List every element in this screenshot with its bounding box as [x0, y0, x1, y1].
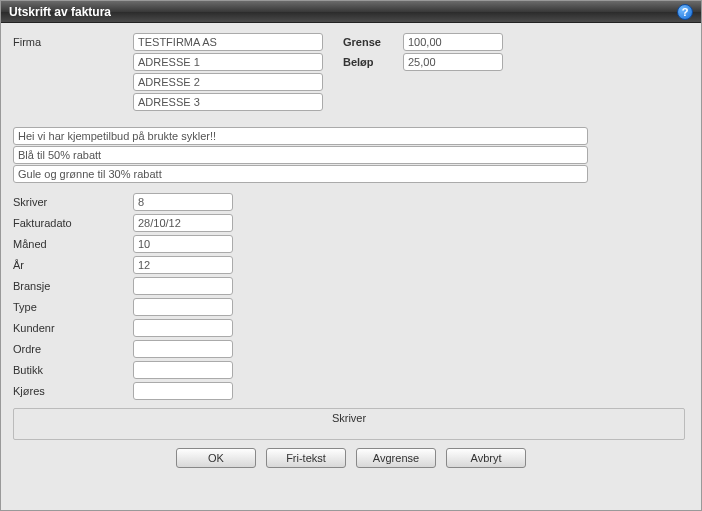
adresse1-input[interactable] [133, 53, 323, 71]
kjores-label: Kjøres [13, 385, 133, 397]
firma-input[interactable] [133, 33, 323, 51]
bransje-input[interactable] [133, 277, 233, 295]
ordre-label: Ordre [13, 343, 133, 355]
adresse2-input[interactable] [133, 73, 323, 91]
skriver-groupbox-label: Skriver [332, 412, 366, 424]
freetext1-input[interactable] [13, 127, 588, 145]
fakturadato-input[interactable] [133, 214, 233, 232]
ordre-input[interactable] [133, 340, 233, 358]
adresse3-input[interactable] [133, 93, 323, 111]
freetext2-input[interactable] [13, 146, 588, 164]
avbryt-button[interactable]: Avbryt [446, 448, 526, 468]
avgrense-button[interactable]: Avgrense [356, 448, 436, 468]
fritekst-button[interactable]: Fri-tekst [266, 448, 346, 468]
ar-input[interactable] [133, 256, 233, 274]
dialog-title: Utskrift av faktura [9, 5, 111, 19]
titlebar: Utskrift av faktura ? [1, 1, 701, 23]
type-label: Type [13, 301, 133, 313]
belop-label: Beløp [343, 56, 403, 68]
belop-input[interactable] [403, 53, 503, 71]
help-icon[interactable]: ? [677, 4, 693, 20]
fakturadato-label: Fakturadato [13, 217, 133, 229]
kjores-input[interactable] [133, 382, 233, 400]
type-input[interactable] [133, 298, 233, 316]
ar-label: År [13, 259, 133, 271]
kundenr-input[interactable] [133, 319, 233, 337]
grense-label: Grense [343, 36, 403, 48]
butikk-input[interactable] [133, 361, 233, 379]
content-area: Firma Grense [1, 23, 701, 510]
skriver-input[interactable] [133, 193, 233, 211]
maned-label: Måned [13, 238, 133, 250]
butikk-label: Butikk [13, 364, 133, 376]
bransje-label: Bransje [13, 280, 133, 292]
button-row: OK Fri-tekst Avgrense Avbryt [13, 448, 689, 468]
skriver-label: Skriver [13, 196, 133, 208]
firma-label: Firma [13, 36, 133, 48]
grense-input[interactable] [403, 33, 503, 51]
dialog-window: Utskrift av faktura ? Firma [0, 0, 702, 511]
freetext3-input[interactable] [13, 165, 588, 183]
kundenr-label: Kundenr [13, 322, 133, 334]
ok-button[interactable]: OK [176, 448, 256, 468]
maned-input[interactable] [133, 235, 233, 253]
skriver-groupbox: Skriver [13, 408, 685, 440]
